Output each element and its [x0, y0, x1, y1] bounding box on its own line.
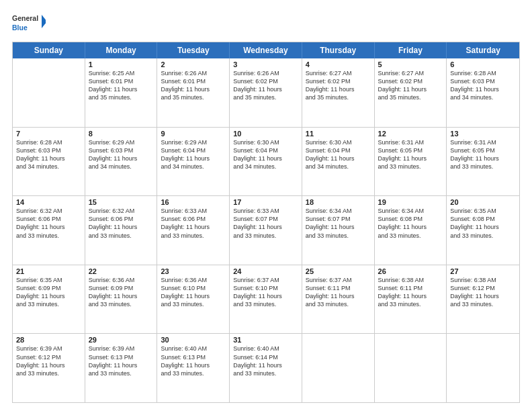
cell-info: Sunset: 6:03 PM [16, 146, 81, 154]
day-number: 20 [450, 198, 516, 206]
cell-info: Sunrise: 6:31 AM [378, 138, 443, 146]
day-number: 3 [233, 60, 298, 68]
cell-info: and 33 minutes. [378, 300, 443, 308]
cell-info: Sunset: 6:04 PM [306, 146, 371, 154]
calendar-cell: 27Sunrise: 6:38 AMSunset: 6:12 PMDayligh… [447, 265, 519, 334]
calendar-cell: 11Sunrise: 6:30 AMSunset: 6:04 PMDayligh… [302, 128, 375, 196]
day-number: 17 [233, 198, 298, 206]
svg-text:General: General [12, 14, 38, 22]
calendar-cell [375, 334, 447, 402]
calendar-cell: 18Sunrise: 6:34 AMSunset: 6:07 PMDayligh… [302, 196, 375, 265]
cell-info: Daylight: 11 hours [306, 223, 371, 231]
cell-info: Sunrise: 6:33 AM [233, 207, 298, 215]
calendar-cell: 4Sunrise: 6:27 AMSunset: 6:02 PMDaylight… [302, 58, 375, 127]
cell-info: Sunrise: 6:38 AM [378, 276, 443, 284]
calendar-cell: 23Sunrise: 6:36 AMSunset: 6:10 PMDayligh… [157, 265, 230, 334]
cell-info: and 35 minutes. [89, 93, 154, 101]
svg-marker-2 [42, 15, 46, 28]
cell-info: Sunrise: 6:32 AM [16, 207, 81, 215]
cell-info: and 33 minutes. [450, 300, 516, 308]
cell-info: and 34 minutes. [89, 163, 154, 171]
day-number: 19 [378, 198, 443, 206]
calendar-cell: 10Sunrise: 6:30 AMSunset: 6:04 PMDayligh… [230, 128, 302, 196]
cell-info: Daylight: 11 hours [89, 154, 154, 163]
cell-info: Sunset: 6:11 PM [378, 284, 443, 292]
day-number: 2 [161, 60, 226, 68]
cell-info: Sunset: 6:06 PM [89, 215, 154, 223]
cell-info: Sunset: 6:03 PM [89, 146, 154, 154]
calendar-cell: 17Sunrise: 6:33 AMSunset: 6:07 PMDayligh… [230, 196, 302, 265]
cell-info: Sunset: 6:07 PM [306, 215, 371, 223]
cell-info: and 33 minutes. [306, 300, 371, 308]
cell-info: Sunrise: 6:27 AM [378, 69, 443, 77]
cell-info: Sunset: 6:05 PM [378, 146, 443, 154]
cell-info: Sunrise: 6:40 AM [233, 345, 298, 353]
cell-info: Daylight: 11 hours [16, 154, 81, 163]
cell-info: Sunset: 6:10 PM [161, 284, 226, 292]
cell-info: and 35 minutes. [378, 93, 443, 101]
calendar-cell: 1Sunrise: 6:25 AMSunset: 6:01 PMDaylight… [85, 58, 158, 127]
page-header: General Blue [12, 12, 520, 36]
day-number: 25 [306, 267, 371, 275]
cell-info: Sunset: 6:04 PM [161, 146, 226, 154]
cell-info: Daylight: 11 hours [233, 361, 298, 369]
cell-info: Daylight: 11 hours [233, 154, 298, 163]
cell-info: Daylight: 11 hours [450, 85, 516, 93]
cell-info: Sunset: 6:02 PM [378, 77, 443, 85]
cell-info: Daylight: 11 hours [233, 85, 298, 93]
calendar-cell: 8Sunrise: 6:29 AMSunset: 6:03 PMDaylight… [85, 128, 158, 196]
calendar-body: 1Sunrise: 6:25 AMSunset: 6:01 PMDaylight… [13, 58, 519, 402]
calendar-cell: 7Sunrise: 6:28 AMSunset: 6:03 PMDaylight… [13, 128, 85, 196]
cell-info: Sunrise: 6:39 AM [16, 345, 81, 353]
day-number: 29 [89, 336, 154, 344]
day-number: 13 [450, 130, 516, 138]
cell-info: Sunset: 6:13 PM [89, 353, 154, 361]
cell-info: and 33 minutes. [233, 369, 298, 377]
cell-info: and 35 minutes. [306, 93, 371, 101]
cell-info: Sunset: 6:13 PM [161, 353, 226, 361]
cell-info: and 33 minutes. [450, 163, 516, 171]
calendar-cell: 12Sunrise: 6:31 AMSunset: 6:05 PMDayligh… [375, 128, 447, 196]
cell-info: Sunset: 6:11 PM [306, 284, 371, 292]
cell-info: Sunrise: 6:35 AM [450, 207, 516, 215]
cell-info: Sunrise: 6:29 AM [89, 138, 154, 146]
cell-info: Daylight: 11 hours [306, 292, 371, 300]
cell-info: Sunrise: 6:30 AM [306, 138, 371, 146]
day-number: 6 [450, 60, 516, 68]
day-header: Tuesday [157, 42, 230, 58]
cell-info: Sunset: 6:14 PM [233, 353, 298, 361]
svg-text:Blue: Blue [12, 24, 28, 32]
cell-info: Sunrise: 6:25 AM [89, 69, 154, 77]
calendar-cell: 24Sunrise: 6:37 AMSunset: 6:10 PMDayligh… [230, 265, 302, 334]
cell-info: Sunset: 6:10 PM [233, 284, 298, 292]
cell-info: Sunrise: 6:30 AM [233, 138, 298, 146]
cell-info: and 34 minutes. [450, 93, 516, 101]
cell-info: Sunrise: 6:28 AM [450, 69, 516, 77]
cell-info: and 33 minutes. [233, 300, 298, 308]
calendar-cell: 31Sunrise: 6:40 AMSunset: 6:14 PMDayligh… [230, 334, 302, 402]
cell-info: and 33 minutes. [306, 232, 371, 240]
calendar-cell: 20Sunrise: 6:35 AMSunset: 6:08 PMDayligh… [447, 196, 519, 265]
logo-icon: General Blue [12, 12, 46, 36]
calendar-row: 28Sunrise: 6:39 AMSunset: 6:12 PMDayligh… [13, 334, 519, 402]
cell-info: and 34 minutes. [161, 163, 226, 171]
calendar-cell: 14Sunrise: 6:32 AMSunset: 6:06 PMDayligh… [13, 196, 85, 265]
cell-info: Sunrise: 6:31 AM [450, 138, 516, 146]
cell-info: Sunset: 6:05 PM [450, 146, 516, 154]
day-number: 26 [378, 267, 443, 275]
day-header: Friday [375, 42, 447, 58]
day-number: 27 [450, 267, 516, 275]
cell-info: Daylight: 11 hours [161, 85, 226, 93]
cell-info: and 33 minutes. [16, 232, 81, 240]
cell-info: Daylight: 11 hours [450, 292, 516, 300]
cell-info: Daylight: 11 hours [161, 361, 226, 369]
logo: General Blue [12, 12, 46, 36]
cell-info: Sunset: 6:08 PM [450, 215, 516, 223]
cell-info: Sunrise: 6:26 AM [161, 69, 226, 77]
day-number: 15 [89, 198, 154, 206]
cell-info: Sunrise: 6:34 AM [378, 207, 443, 215]
day-number: 16 [161, 198, 226, 206]
cell-info: Sunrise: 6:33 AM [161, 207, 226, 215]
cell-info: Daylight: 11 hours [233, 292, 298, 300]
cell-info: Sunset: 6:12 PM [450, 284, 516, 292]
